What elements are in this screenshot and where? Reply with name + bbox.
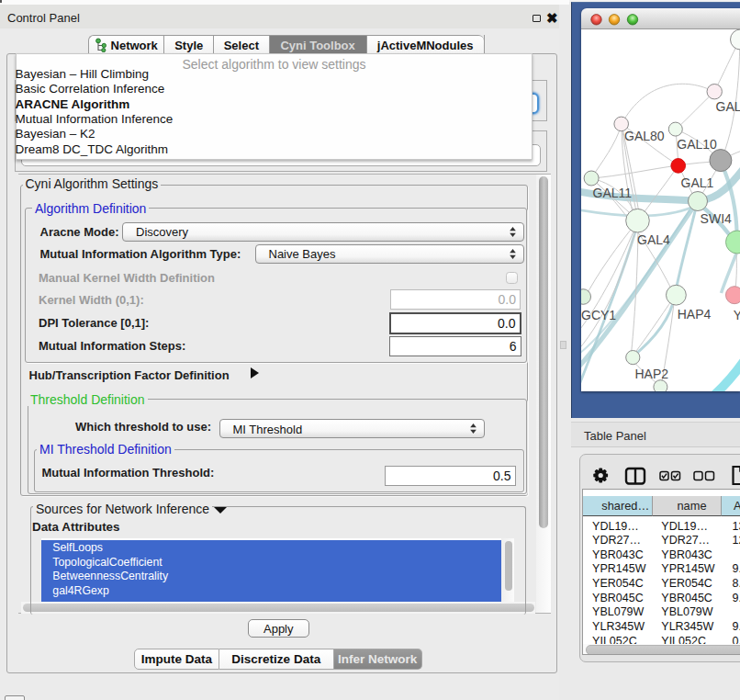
svg-text:SWI4: SWI4 bbox=[700, 211, 731, 226]
svg-text:GAL11: GAL11 bbox=[592, 186, 632, 200]
svg-text:GAL1: GAL1 bbox=[680, 175, 713, 190]
svg-text:GAL80: GAL80 bbox=[624, 129, 665, 143]
svg-text:Y: Y bbox=[733, 308, 740, 322]
svg-text:GAL2: GAL2 bbox=[715, 99, 740, 114]
svg-text:HAP4: HAP4 bbox=[677, 307, 711, 322]
svg-text:GCY1: GCY1 bbox=[581, 308, 616, 322]
svg-text:GAL4: GAL4 bbox=[637, 232, 670, 247]
svg-text:HAP2: HAP2 bbox=[634, 367, 668, 381]
svg-text:GAL10: GAL10 bbox=[677, 137, 717, 152]
